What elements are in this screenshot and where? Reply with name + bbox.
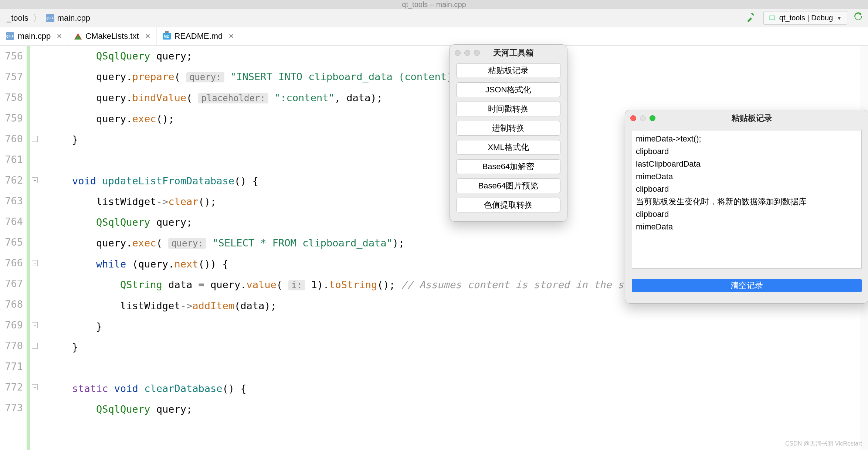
line-number: 768: [0, 294, 23, 315]
svg-rect-1: [771, 20, 773, 20]
code-line[interactable]: }: [48, 316, 868, 337]
change-marker-bar: [27, 46, 30, 450]
toolbox-window[interactable]: 天河工具箱 粘贴板记录JSON格式化时间戳转换进制转换XML格式化Base64加…: [449, 44, 567, 222]
fold-marker[interactable]: −: [32, 384, 38, 390]
fold-marker[interactable]: −: [32, 322, 38, 328]
fold-column[interactable]: −−−−−−: [30, 46, 41, 450]
line-number: 772: [0, 377, 23, 398]
toolbox-button[interactable]: Base64加解密: [456, 159, 560, 174]
tab-label: CMakeLists.txt: [85, 31, 139, 41]
tab-label: README.md: [174, 31, 223, 41]
toolbox-body: 粘贴板记录JSON格式化时间戳转换进制转换XML格式化Base64加解密Base…: [450, 61, 567, 221]
fold-marker[interactable]: −: [32, 260, 38, 266]
fold-marker[interactable]: −: [32, 177, 38, 183]
line-number: 762: [0, 170, 23, 191]
fold-marker[interactable]: −: [32, 136, 38, 142]
cmake-icon: [74, 33, 82, 40]
line-number: 764: [0, 211, 23, 232]
window-titlebar: qt_tools – main.cpp: [0, 0, 868, 9]
rerun-icon[interactable]: [854, 11, 864, 24]
list-item[interactable]: clipboard: [636, 183, 858, 195]
line-number: 773: [0, 398, 23, 418]
cpp-icon: c++: [46, 14, 54, 22]
line-number: 758: [0, 87, 23, 108]
tab-label: main.cpp: [18, 31, 51, 41]
code-line[interactable]: static void clearDatabase() {: [48, 378, 868, 399]
close-icon[interactable]: ✕: [143, 32, 150, 40]
breadcrumb-separator: 〉: [31, 12, 43, 24]
line-number: 759: [0, 108, 23, 129]
clipboard-list[interactable]: mimeData->text();clipboardlastClipboardD…: [632, 130, 862, 269]
code-line[interactable]: QSqlQuery query;: [48, 399, 868, 420]
fold-marker[interactable]: −: [32, 343, 38, 349]
tab-main-cpp[interactable]: c++main.cpp✕: [0, 27, 68, 45]
line-number: 766: [0, 253, 23, 273]
run-config-label: qt_tools | Debug: [779, 14, 833, 22]
close-icon[interactable]: ✕: [226, 32, 234, 40]
code-line[interactable]: [48, 358, 868, 378]
crumb-file-label: main.cpp: [57, 13, 90, 23]
list-item[interactable]: clipboard: [636, 208, 858, 221]
clipboard-titlebar[interactable]: 粘贴板记录: [625, 110, 868, 126]
line-number: 756: [0, 46, 23, 67]
traffic-lights[interactable]: [455, 50, 480, 56]
tab-readme-md[interactable]: MDREADME.md✕: [157, 27, 241, 45]
dropdown-caret-icon: ▼: [837, 15, 842, 21]
toolbox-button[interactable]: 进制转换: [456, 121, 560, 136]
line-number: 765: [0, 232, 23, 253]
build-icon[interactable]: [746, 11, 757, 24]
list-item[interactable]: mimeData->text();: [636, 133, 858, 145]
traffic-lights[interactable]: [630, 115, 655, 121]
markdown-icon: MD: [163, 33, 171, 40]
list-item[interactable]: lastClipboardData: [636, 158, 858, 170]
window-title: qt_tools – main.cpp: [402, 0, 466, 9]
line-gutter: 7567577587597607617627637647657667677687…: [0, 46, 27, 450]
run-config-dropdown[interactable]: qt_tools | Debug ▼: [763, 11, 847, 25]
line-number: 767: [0, 273, 23, 294]
list-item[interactable]: clipboard: [636, 145, 858, 158]
editor-tabs: c++main.cpp✕CMakeLists.txt✕MDREADME.md✕: [0, 27, 868, 46]
list-item[interactable]: mimeData: [636, 221, 858, 233]
line-number: 761: [0, 149, 23, 170]
clear-button[interactable]: 清空记录: [632, 279, 862, 292]
toolbox-titlebar[interactable]: 天河工具箱: [450, 45, 567, 61]
line-number: 769: [0, 315, 23, 335]
line-number: 763: [0, 191, 23, 211]
line-number: 760: [0, 129, 23, 149]
toolbox-button[interactable]: XML格式化: [456, 140, 560, 155]
toolbox-button[interactable]: Base64图片预览: [456, 178, 560, 193]
list-item[interactable]: 当剪贴板发生变化时，将新的数据添加到数据库: [636, 195, 858, 208]
line-number: 771: [0, 356, 23, 377]
clipboard-body: mimeData->text();clipboardlastClipboardD…: [625, 126, 868, 303]
crumb-file[interactable]: c++ main.cpp: [43, 13, 93, 23]
tab-cmakelists-txt[interactable]: CMakeLists.txt✕: [68, 27, 156, 45]
toolbox-title: 天河工具箱: [484, 47, 562, 58]
toolbox-button[interactable]: JSON格式化: [456, 82, 560, 97]
list-item[interactable]: mimeData: [636, 170, 858, 183]
crumb-project-label: _tools: [7, 13, 28, 23]
watermark: CSDN @天河书阁 VicRestart: [785, 440, 862, 448]
breadcrumb: _tools 〉 c++ main.cpp qt_tools | Debug ▼: [0, 9, 868, 27]
crumb-project[interactable]: _tools: [4, 13, 31, 23]
cpp-icon: c++: [6, 32, 14, 40]
clipboard-title: 粘贴板记录: [659, 113, 863, 124]
toolbox-button[interactable]: 时间戳转换: [456, 102, 560, 116]
close-icon[interactable]: ✕: [54, 32, 62, 40]
code-line[interactable]: }: [48, 337, 868, 358]
line-number: 770: [0, 335, 23, 356]
line-number: 757: [0, 67, 23, 87]
toolbox-button[interactable]: 粘贴板记录: [456, 63, 560, 78]
svg-rect-0: [770, 16, 775, 20]
clipboard-window[interactable]: 粘贴板记录 mimeData->text();clipboardlastClip…: [625, 110, 868, 304]
toolbox-button[interactable]: 色值提取转换: [456, 198, 560, 212]
